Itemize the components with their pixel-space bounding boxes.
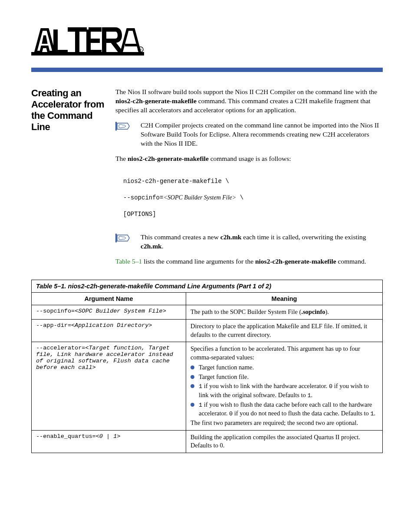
svg-text:R: R <box>139 48 141 51</box>
command-name: nios2-c2h-generate-makefile <box>128 155 209 162</box>
arg-cell: --sopcinfo=<SOPC Builder System File> <box>32 305 186 320</box>
list-text: 1 if you wish to flush the data cache be… <box>199 401 378 418</box>
text: The <box>115 155 128 162</box>
arg-cell: --app-dir=<Application Directory> <box>32 320 186 342</box>
note-icon-wrap <box>115 233 131 251</box>
meaning-cell: The path to the SOPC Builder System File… <box>186 305 382 320</box>
text: lists the command line arguments for the <box>142 258 255 265</box>
meaning-cell: Building the application compiles the as… <box>186 430 382 453</box>
list-text: Target function name. <box>199 363 254 372</box>
text: This command creates a new <box>141 233 220 241</box>
list-text: 1 if you wish to link with the hardware … <box>199 382 378 399</box>
cmd-placeholder: <SOPC Builder System File> <box>163 194 236 201</box>
note-block-2: This command creates a new c2h.mk each t… <box>115 233 383 251</box>
accelerator-sublist: Target function name. Target function fi… <box>191 363 378 418</box>
meaning-intro: Specifies a function to be accelerated. … <box>191 345 360 361</box>
cmd-line-3: [OPTIONS] <box>123 210 383 219</box>
note-hand-icon <box>115 122 130 131</box>
note-hand-icon <box>115 234 130 242</box>
table-crossref[interactable]: Table 5–1 <box>115 258 142 265</box>
table-row: --sopcinfo=<SOPC Builder System File> Th… <box>32 305 383 320</box>
cmd-text: --sopcinfo= <box>123 194 163 201</box>
note-text: C2H Compiler projects created on the com… <box>141 121 383 148</box>
note-block-1: C2H Compiler projects created on the com… <box>115 121 383 148</box>
table-caption: Table 5–1. nios2-c2h-generate-makefile C… <box>32 280 383 293</box>
arguments-table-wrap: Table 5–1. nios2-c2h-generate-makefile C… <box>31 280 383 453</box>
meaning-cell: Directory to place the application Makef… <box>186 320 382 342</box>
col-header-meaning: Meaning <box>186 293 382 305</box>
list-item: Target function name. <box>191 363 378 372</box>
list-text: Target function file. <box>199 373 249 382</box>
intro-paragraph: The Nios II software build tools support… <box>115 88 383 115</box>
text: . <box>162 242 164 250</box>
header-blue-bar <box>31 68 383 72</box>
list-item: 1 if you wish to flush the data cache be… <box>191 401 378 418</box>
command-usage-block: nios2-c2h-generate-makefile \ --sopcinfo… <box>123 169 383 226</box>
altera-logo-icon: R <box>31 26 144 60</box>
text: each time it is called, overwriting the … <box>241 233 366 241</box>
svg-rect-3 <box>115 122 117 131</box>
svg-rect-4 <box>115 234 117 242</box>
bullet-icon <box>191 375 194 379</box>
cmd-line-1: nios2-c2h-generate-makefile \ <box>123 177 383 186</box>
command-name: nios2-c2h-generate-makefile <box>255 258 336 265</box>
arg-cell: --accelerator=<Target function, Target f… <box>32 342 186 431</box>
section-heading: Creating an Accelerator from the Command… <box>31 88 105 133</box>
filename: c2h.mk <box>220 233 242 241</box>
text: command usage is as follows: <box>209 155 291 162</box>
bullet-icon <box>191 366 194 369</box>
meaning-outro: The first two parameters are required; t… <box>191 419 358 426</box>
note-icon-wrap <box>115 121 131 148</box>
table-row: --app-dir=<Application Directory> Direct… <box>32 320 383 342</box>
text: command. <box>336 258 366 265</box>
col-header-argument: Argument Name <box>32 293 186 305</box>
meaning-cell: Specifies a function to be accelerated. … <box>186 342 382 431</box>
text: The Nios II software build tools support… <box>115 88 377 95</box>
right-column: The Nios II software build tools support… <box>115 88 383 272</box>
table-row: --accelerator=<Target function, Target f… <box>32 342 383 431</box>
filename: c2h.mk <box>141 242 162 250</box>
cmd-line-2: --sopcinfo=<SOPC Builder System File> \ <box>123 194 383 202</box>
usage-intro-paragraph: The nios2-c2h-generate-makefile command … <box>115 154 383 163</box>
arg-cell: --enable_quartus=<0 | 1> <box>32 430 186 453</box>
list-item: 1 if you wish to link with the hardware … <box>191 382 378 399</box>
command-name: nios2-c2h-generate-makefile <box>115 97 197 104</box>
table-header-row: Argument Name Meaning <box>32 293 383 305</box>
note-text: This command creates a new c2h.mk each t… <box>141 233 383 251</box>
cmd-text: \ <box>236 194 243 201</box>
list-item: Target function file. <box>191 373 378 382</box>
content-columns: Creating an Accelerator from the Command… <box>31 88 383 272</box>
bullet-icon <box>191 384 194 388</box>
table-row: --enable_quartus=<0 | 1> Building the ap… <box>32 430 383 453</box>
bullet-icon <box>191 403 194 407</box>
table-intro-paragraph: Table 5–1 lists the command line argumen… <box>115 257 383 266</box>
brand-logo: R <box>31 26 383 60</box>
arguments-table: Table 5–1. nios2-c2h-generate-makefile C… <box>31 280 383 453</box>
table-title-row: Table 5–1. nios2-c2h-generate-makefile C… <box>32 280 383 293</box>
left-column: Creating an Accelerator from the Command… <box>31 88 105 272</box>
